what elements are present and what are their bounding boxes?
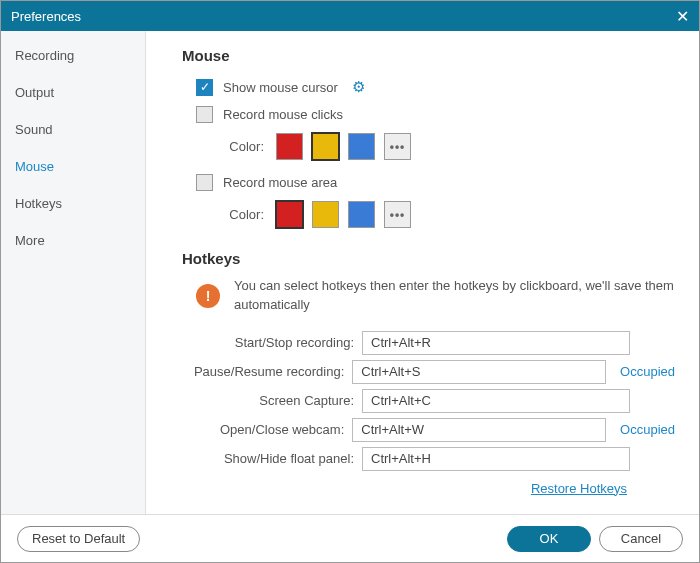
reset-button[interactable]: Reset to Default [17, 526, 140, 552]
sidebar-item-output[interactable]: Output [1, 74, 145, 111]
sidebar-item-hotkeys[interactable]: Hotkeys [1, 185, 145, 222]
close-icon[interactable]: ✕ [676, 7, 689, 26]
titlebar: Preferences ✕ [1, 1, 699, 31]
area-color-blue[interactable] [348, 201, 375, 228]
window-body: Recording Output Sound Mouse Hotkeys Mor… [1, 31, 699, 514]
hotkey-label: Pause/Resume recording: [182, 364, 344, 379]
hotkey-label: Show/Hide float panel: [182, 451, 354, 466]
clicks-color-row: Color: ••• [222, 133, 675, 160]
area-color-row: Color: ••• [222, 201, 675, 228]
record-area-row: Record mouse area [196, 174, 675, 191]
hotkeys-info-text: You can select hotkeys then enter the ho… [234, 277, 675, 315]
area-color-yellow[interactable] [312, 201, 339, 228]
hotkey-status: Occupied [620, 422, 675, 437]
hotkeys-info-row: ! You can select hotkeys then enter the … [196, 277, 675, 315]
hotkey-status: Occupied [620, 364, 675, 379]
sidebar-item-mouse[interactable]: Mouse [1, 148, 145, 185]
area-color-label: Color: [222, 207, 264, 222]
content-pane: Mouse ✓ Show mouse cursor ⚙ Record mouse… [146, 31, 699, 514]
hotkey-input-screen-capture[interactable] [362, 389, 630, 413]
clicks-color-blue[interactable] [348, 133, 375, 160]
restore-hotkeys-link[interactable]: Restore Hotkeys [531, 481, 627, 496]
clicks-color-yellow[interactable] [312, 133, 339, 160]
record-area-checkbox[interactable] [196, 174, 213, 191]
clicks-color-red[interactable] [276, 133, 303, 160]
hotkey-row-pause-resume: Pause/Resume recording: Occupied [182, 360, 675, 384]
record-clicks-label: Record mouse clicks [223, 107, 343, 122]
sidebar-item-more[interactable]: More [1, 222, 145, 259]
preferences-window: Preferences ✕ Recording Output Sound Mou… [0, 0, 700, 563]
window-title: Preferences [11, 9, 676, 24]
footer: Reset to Default OK Cancel [1, 514, 699, 562]
hotkey-row-start-stop: Start/Stop recording: [182, 331, 675, 355]
record-clicks-checkbox[interactable] [196, 106, 213, 123]
hotkey-row-webcam: Open/Close webcam: Occupied [182, 418, 675, 442]
sidebar: Recording Output Sound Mouse Hotkeys Mor… [1, 31, 146, 514]
hotkeys-heading: Hotkeys [182, 250, 675, 267]
hotkey-row-screen-capture: Screen Capture: [182, 389, 675, 413]
hotkey-label: Open/Close webcam: [182, 422, 344, 437]
show-cursor-label: Show mouse cursor [223, 80, 338, 95]
ok-button[interactable]: OK [507, 526, 591, 552]
area-color-more[interactable]: ••• [384, 201, 411, 228]
info-icon: ! [196, 284, 220, 308]
sidebar-item-sound[interactable]: Sound [1, 111, 145, 148]
restore-row: Restore Hotkeys [182, 481, 675, 496]
sidebar-item-recording[interactable]: Recording [1, 37, 145, 74]
hotkey-input-float-panel[interactable] [362, 447, 630, 471]
hotkey-label: Screen Capture: [182, 393, 354, 408]
hotkey-input-pause-resume[interactable] [352, 360, 606, 384]
hotkey-input-start-stop[interactable] [362, 331, 630, 355]
hotkey-row-float-panel: Show/Hide float panel: [182, 447, 675, 471]
mouse-heading: Mouse [182, 47, 675, 64]
show-cursor-row: ✓ Show mouse cursor ⚙ [196, 78, 675, 96]
area-color-red[interactable] [276, 201, 303, 228]
clicks-color-label: Color: [222, 139, 264, 154]
hotkey-input-webcam[interactable] [352, 418, 606, 442]
show-cursor-checkbox[interactable]: ✓ [196, 79, 213, 96]
gear-icon[interactable]: ⚙ [352, 78, 365, 96]
record-clicks-row: Record mouse clicks [196, 106, 675, 123]
hotkey-label: Start/Stop recording: [182, 335, 354, 350]
clicks-color-more[interactable]: ••• [384, 133, 411, 160]
cancel-button[interactable]: Cancel [599, 526, 683, 552]
record-area-label: Record mouse area [223, 175, 337, 190]
